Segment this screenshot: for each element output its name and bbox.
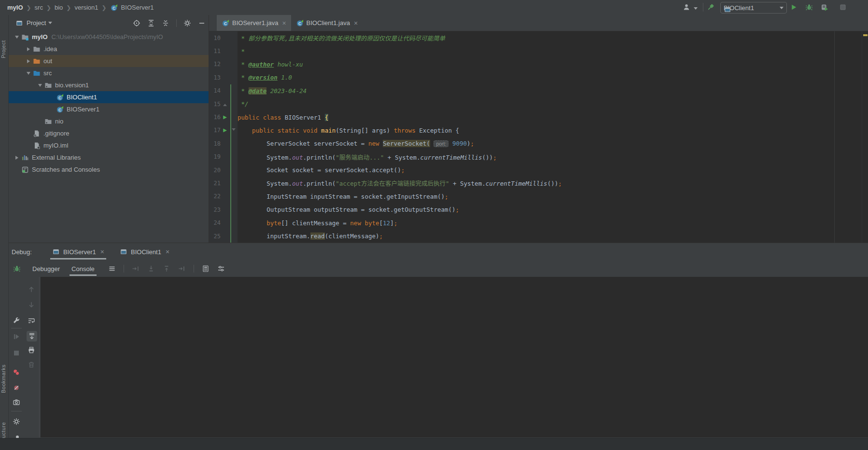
project-tool-window: Project myIOC:\Users\xw0044505\IdeaProje… — [9, 15, 209, 243]
select-opened-file-icon[interactable] — [133, 19, 140, 27]
tree-chevron-icon[interactable] — [13, 34, 21, 41]
debug-session-tab-bioclient1[interactable]: BIOClient1× — [116, 243, 173, 260]
tree-item-myio[interactable]: myIOC:\Users\xw0044505\IdeaProjects\myIO — [9, 31, 209, 43]
tree-item-bioclient1[interactable]: CBIOClient1 — [9, 91, 209, 103]
wrench-icon[interactable] — [13, 316, 20, 324]
close-icon[interactable]: × — [100, 248, 104, 255]
line-number[interactable]: 10 — [209, 35, 221, 41]
line-number[interactable]: 13 — [209, 74, 221, 81]
close-icon[interactable]: × — [354, 20, 358, 27]
up-stack-icon[interactable] — [28, 286, 35, 293]
expand-all-icon[interactable] — [147, 19, 155, 27]
collapse-all-icon[interactable] — [162, 19, 169, 27]
step-out-icon[interactable] — [163, 265, 170, 273]
evaluate-expression-icon[interactable] — [202, 265, 210, 273]
run-to-cursor-icon[interactable] — [178, 265, 186, 273]
scroll-to-end-icon[interactable] — [27, 331, 37, 341]
run-line-icon[interactable]: ▶ — [223, 128, 227, 133]
debug-view-tab-debugger[interactable]: Debugger — [29, 260, 63, 277]
tree-chevron-icon[interactable] — [13, 156, 21, 160]
line-number[interactable]: 24 — [209, 219, 221, 226]
breadcrumb-item[interactable]: version1 — [74, 4, 98, 11]
breadcrumb-item[interactable]: bio — [55, 4, 63, 11]
tree-item--idea[interactable]: .idea — [9, 43, 209, 55]
libraries — [21, 154, 29, 162]
breadcrumb-item[interactable]: src — [35, 4, 43, 11]
tree-item-bio-version1[interactable]: bio.version1 — [9, 79, 209, 91]
line-number[interactable]: 23 — [209, 206, 221, 213]
clear-all-icon[interactable] — [28, 361, 35, 368]
tree-item-out[interactable]: out — [9, 55, 209, 67]
profiler-icon[interactable] — [821, 3, 828, 11]
resume-icon[interactable] — [13, 333, 20, 341]
print-icon[interactable] — [28, 346, 35, 354]
view-breakpoints-icon[interactable] — [13, 368, 20, 376]
tree-chevron-icon[interactable] — [24, 59, 33, 63]
editor-tab-bioserver1-java[interactable]: CBIOServer1.java× — [217, 15, 291, 31]
layout-settings-icon[interactable] — [217, 265, 225, 273]
error-stripe-mark[interactable] — [863, 34, 868, 36]
show-execution-point-icon[interactable] — [132, 265, 140, 273]
line-number[interactable]: 21 — [209, 180, 221, 187]
thread-dump-camera-icon[interactable] — [13, 398, 20, 406]
tree-chevron-icon[interactable] — [36, 82, 44, 89]
user-icon[interactable] — [683, 3, 690, 11]
run-configuration-combo[interactable]: BIOClient1 — [720, 2, 787, 14]
layout-menu-icon[interactable] — [108, 265, 116, 273]
fold-region-end-icon[interactable] — [223, 102, 227, 106]
separator — [703, 3, 703, 12]
debug-session-tab-bioserver1[interactable]: BIOServer1× — [48, 243, 108, 260]
code-text: byte[] clientMessage = new byte[12]; — [238, 219, 397, 227]
close-icon[interactable]: × — [166, 248, 169, 255]
tree-item--gitignore[interactable]: .gitignore — [9, 127, 209, 139]
line-number[interactable]: 22 — [209, 193, 221, 200]
code-lines: 10 * 部分参数写死,且未对相关的流做关闭处理的原因仅仅是让代码尽可能简单11… — [209, 31, 862, 243]
tree-chevron-icon[interactable] — [24, 70, 33, 77]
down-stack-icon[interactable] — [28, 301, 35, 309]
error-stripe[interactable] — [862, 31, 868, 243]
tree-item-bioserver1[interactable]: CBIOServer1 — [9, 103, 209, 115]
breadcrumb-separator: ❯ — [46, 4, 51, 11]
project-panel-title[interactable]: Project — [27, 19, 46, 27]
breadcrumb-item[interactable]: myIO — [7, 4, 23, 11]
console-output[interactable] — [41, 277, 868, 437]
run-icon[interactable] — [790, 3, 798, 11]
tool-stripe-project[interactable]: Project — [0, 32, 8, 66]
breadcrumb-item[interactable]: BIOServer1 — [121, 4, 154, 11]
line-number[interactable]: 18 — [209, 140, 221, 147]
tree-item-scratches-and-consoles[interactable]: Scratches and Consoles — [9, 164, 209, 176]
line-number[interactable]: 19 — [209, 153, 221, 160]
line-number[interactable]: 20 — [209, 167, 221, 174]
settings-gear-icon[interactable] — [13, 418, 20, 425]
mute-breakpoints-icon[interactable] — [13, 384, 20, 392]
line-number[interactable]: 16 — [209, 114, 221, 121]
svg-text:C: C — [58, 95, 61, 100]
line-number[interactable]: 14 — [209, 87, 221, 94]
tree-chevron-icon[interactable] — [24, 47, 33, 51]
settings-gear-icon[interactable] — [183, 19, 191, 27]
tool-stripe-bookmarks[interactable]: Bookmarks — [0, 358, 8, 399]
tree-item-src[interactable]: src — [9, 67, 209, 79]
line-number[interactable]: 12 — [209, 61, 221, 68]
line-number[interactable]: 11 — [209, 48, 221, 55]
stop-icon[interactable] — [13, 349, 20, 357]
close-icon[interactable]: × — [282, 20, 286, 27]
hide-panel-icon[interactable] — [198, 19, 206, 27]
editor-tab-bioclient1-java[interactable]: CBIOClient1.java× — [291, 15, 363, 31]
code-editor[interactable]: 10 * 部分参数写死,且未对相关的流做关闭处理的原因仅仅是让代码尽可能简单11… — [209, 31, 868, 243]
tree-item-external-libraries[interactable]: External Libraries — [9, 151, 209, 164]
debug-view-tab-console[interactable]: Console — [69, 260, 98, 277]
soft-wrap-icon[interactable] — [28, 317, 35, 325]
line-number[interactable]: 25 — [209, 233, 221, 240]
code-line: 20 Socket socket = serverSocket.accept()… — [209, 164, 862, 177]
fold-region-start-icon[interactable] — [232, 128, 236, 133]
step-into-icon[interactable] — [147, 265, 155, 273]
run-line-icon[interactable]: ▶ — [223, 115, 227, 120]
debug-icon[interactable] — [805, 3, 813, 11]
tree-item-myio-iml[interactable]: myIO.iml — [9, 139, 209, 151]
line-number[interactable]: 17 — [209, 127, 221, 134]
tree-item-nio[interactable]: nio — [9, 115, 209, 127]
build-hammer-icon[interactable] — [707, 3, 714, 11]
line-number[interactable]: 15 — [209, 101, 221, 108]
stop-disabled-icon[interactable] — [839, 3, 847, 11]
